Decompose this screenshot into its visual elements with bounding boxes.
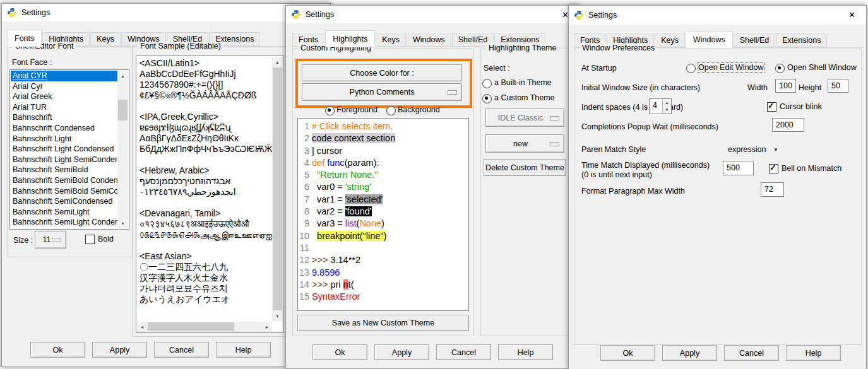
help-button[interactable]: Help xyxy=(498,344,553,360)
help-button[interactable]: Help xyxy=(216,342,271,358)
font-item[interactable]: Bahnschrift Condensed xyxy=(11,123,117,134)
tab-windows[interactable]: Windows xyxy=(686,31,733,48)
code-segment[interactable]: 'selected' xyxy=(345,194,383,204)
scroll-thumb[interactable] xyxy=(118,100,128,120)
chevron-down-icon[interactable]: ▼ xyxy=(773,147,778,153)
tab-keys[interactable]: Keys xyxy=(655,33,685,47)
code-line[interactable]: 2code context section xyxy=(299,132,467,144)
tab-keys[interactable]: Keys xyxy=(376,33,406,47)
font-item[interactable]: Bahnschrift Light xyxy=(11,134,117,144)
code-line[interactable]: 14>>> pri nt( xyxy=(299,279,467,291)
code-segment[interactable]: breakpoint("line") xyxy=(317,231,386,241)
close-button[interactable]: ✕ xyxy=(838,6,866,24)
font-item[interactable]: Bahnschrift xyxy=(11,112,117,123)
scroll-thumb[interactable] xyxy=(148,322,234,331)
code-segment[interactable]: ) xyxy=(381,218,384,228)
code-segment[interactable]: >>> xyxy=(312,255,328,265)
font-item[interactable]: Bahnschrift Light Condensed xyxy=(11,144,117,155)
ok-button[interactable]: Ok xyxy=(600,345,655,361)
sample-hscrollbar[interactable]: ◄ ► xyxy=(137,322,272,332)
apply-button[interactable]: Apply xyxy=(662,345,717,361)
open-shell-radio[interactable] xyxy=(775,64,785,73)
font-item[interactable]: Bahnschrift SemiBold Condensed xyxy=(11,175,117,186)
code-segment[interactable]: var2 = xyxy=(312,206,345,216)
tab-extensions[interactable]: Extensions xyxy=(776,33,827,47)
font-list-scrollbar[interactable]: ▲ ▼ xyxy=(117,71,128,228)
sample-vscrollbar[interactable]: ▲ ▼ xyxy=(272,57,283,321)
code-segment[interactable]: t( xyxy=(348,279,354,290)
highlight-sample[interactable]: 1# Click selects item.2code context sect… xyxy=(299,120,467,303)
scroll-down-icon[interactable]: ▼ xyxy=(272,311,283,321)
code-line[interactable]: 15SyntaxError xyxy=(299,291,467,303)
cancel-button[interactable]: Cancel xyxy=(724,345,779,361)
scroll-thumb[interactable] xyxy=(273,67,282,310)
spin-up-icon[interactable]: ▲ xyxy=(663,99,671,107)
font-item[interactable]: Bahnschrift SemiLight xyxy=(11,207,117,218)
format-width-input[interactable]: 72 xyxy=(761,182,784,197)
font-item[interactable]: Bahnschrift SemiLight Condensed xyxy=(11,217,117,228)
cursor-blink-checkbox[interactable]: ✓ xyxy=(767,102,776,112)
size-dropdown[interactable]: 11 xyxy=(35,231,66,249)
spin-down-icon[interactable]: ▼ xyxy=(663,107,671,114)
font-item[interactable]: Arial Cyr xyxy=(11,81,117,92)
titlebar[interactable]: Settings ✕ xyxy=(569,6,866,25)
code-line[interactable]: 4def func(param): xyxy=(299,157,467,169)
code-segment[interactable]: 'found' xyxy=(345,206,372,216)
code-segment[interactable]: 3.14**2 xyxy=(328,255,360,265)
code-segment[interactable]: # Click selects item. xyxy=(312,121,393,131)
scroll-up-icon[interactable]: ▲ xyxy=(272,57,283,67)
font-item[interactable]: Arial TUR xyxy=(11,102,117,113)
code-segment[interactable]: SyntaxError xyxy=(312,291,360,302)
apply-button[interactable]: Apply xyxy=(92,342,147,358)
code-line[interactable]: 1# Click selects item. xyxy=(299,120,467,132)
font-item[interactable]: Bahnschrift SemiBold SemiCondensed xyxy=(11,186,117,197)
code-segment[interactable]: None xyxy=(359,218,381,228)
scroll-right-icon[interactable]: ► xyxy=(262,322,272,332)
custom-theme-radio[interactable] xyxy=(482,94,492,103)
time-match-input[interactable]: 500 xyxy=(723,161,754,175)
foreground-option[interactable]: Foreground xyxy=(325,105,378,114)
open-edit-radio[interactable] xyxy=(686,64,696,73)
help-button[interactable]: Help xyxy=(786,345,841,361)
code-line[interactable]: 6 var0 = 'string' xyxy=(299,181,467,193)
code-segment[interactable]: var1 = xyxy=(312,194,345,204)
foreground-radio[interactable] xyxy=(325,106,335,115)
bold-checkbox[interactable] xyxy=(85,235,95,244)
code-line[interactable]: 9 var3 = list(None) xyxy=(299,218,467,230)
code-segment[interactable]: var0 = xyxy=(312,182,345,192)
builtin-theme-dropdown[interactable]: IDLE Classic xyxy=(485,108,564,127)
code-line[interactable]: 7 var1 = 'selected' xyxy=(299,194,467,206)
save-custom-theme-button[interactable]: Save as New Custom Theme xyxy=(297,315,469,331)
code-line[interactable]: 12>>> 3.14**2 xyxy=(299,254,467,266)
builtin-theme-radio[interactable] xyxy=(482,79,492,88)
code-line[interactable]: 8 var2 = 'found' xyxy=(299,206,467,218)
background-option[interactable]: Background xyxy=(386,105,440,114)
titlebar[interactable]: Settings xyxy=(2,4,330,21)
highlight-target-dropdown[interactable]: Python Comments xyxy=(302,83,462,101)
code-segment[interactable]: (param): xyxy=(345,158,379,168)
font-sample-text[interactable]: <ASCII/Latin1> AaBbCcDdEeFfGgHhIiJj 1234… xyxy=(137,57,272,321)
width-input[interactable]: 100 xyxy=(775,79,796,93)
code-line[interactable]: 11 xyxy=(299,242,467,254)
tab-highlights[interactable]: Highlights xyxy=(325,30,375,47)
code-segment[interactable]: n xyxy=(343,279,348,290)
code-segment[interactable]: | cursor xyxy=(312,146,342,156)
font-item[interactable]: Bahnschrift SemiCondensed xyxy=(11,196,117,207)
font-item[interactable]: Arial Greek xyxy=(11,91,117,102)
font-item[interactable]: Bahnschrift SemiBold xyxy=(11,165,117,175)
code-line[interactable]: 5 "Return None." xyxy=(299,169,467,181)
code-segment[interactable]: list xyxy=(345,218,357,228)
font-item[interactable]: Arial CYR xyxy=(11,71,117,81)
tab-keys[interactable]: Keys xyxy=(90,32,121,46)
code-segment[interactable]: 9.8596 xyxy=(312,267,340,278)
cancel-button[interactable]: Cancel xyxy=(436,344,491,360)
tab-shell-ed[interactable]: Shell/Ed xyxy=(734,33,776,47)
choose-color-button[interactable]: Choose Color for : xyxy=(302,64,462,81)
scroll-left-icon[interactable]: ◄ xyxy=(137,322,147,332)
code-segment[interactable]: func xyxy=(327,158,344,168)
apply-button[interactable]: Apply xyxy=(374,344,429,360)
custom-theme-dropdown[interactable]: new xyxy=(485,134,564,153)
tab-windows[interactable]: Windows xyxy=(407,33,451,47)
height-input[interactable]: 50 xyxy=(828,79,848,93)
ok-button[interactable]: Ok xyxy=(30,342,85,358)
